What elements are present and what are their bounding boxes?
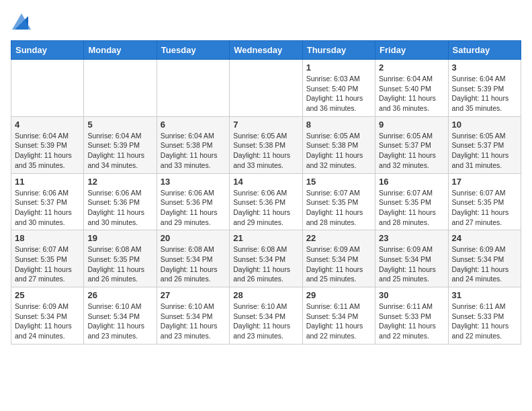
calendar-cell: 21Sunrise: 6:08 AM Sunset: 5:34 PM Dayli… <box>230 230 302 287</box>
day-number: 31 <box>452 290 517 300</box>
logo-icon <box>12 11 31 32</box>
calendar-cell: 5Sunrise: 6:04 AM Sunset: 5:39 PM Daylig… <box>84 116 157 173</box>
calendar-week-2: 4Sunrise: 6:04 AM Sunset: 5:39 PM Daylig… <box>11 116 521 173</box>
day-info: Sunrise: 6:05 AM Sunset: 5:38 PM Dayligh… <box>306 131 371 171</box>
day-info: Sunrise: 6:03 AM Sunset: 5:40 PM Dayligh… <box>306 74 371 113</box>
calendar-cell: 18Sunrise: 6:07 AM Sunset: 5:35 PM Dayli… <box>11 230 84 287</box>
day-header-monday: Monday <box>84 41 157 60</box>
calendar-cell: 20Sunrise: 6:08 AM Sunset: 5:34 PM Dayli… <box>157 230 229 287</box>
calendar-cell: 19Sunrise: 6:08 AM Sunset: 5:35 PM Dayli… <box>84 230 157 287</box>
day-number: 22 <box>306 233 371 243</box>
day-info: Sunrise: 6:04 AM Sunset: 5:40 PM Dayligh… <box>379 74 444 113</box>
day-info: Sunrise: 6:10 AM Sunset: 5:34 PM Dayligh… <box>161 302 226 341</box>
day-number: 27 <box>161 290 226 300</box>
calendar-cell: 23Sunrise: 6:09 AM Sunset: 5:34 PM Dayli… <box>375 230 448 287</box>
day-info: Sunrise: 6:07 AM Sunset: 5:35 PM Dayligh… <box>452 188 517 228</box>
day-info: Sunrise: 6:05 AM Sunset: 5:37 PM Dayligh… <box>452 131 517 171</box>
day-number: 10 <box>452 120 517 130</box>
calendar-cell: 3Sunrise: 6:04 AM Sunset: 5:39 PM Daylig… <box>448 60 521 117</box>
day-number: 2 <box>379 62 444 73</box>
calendar-cell: 2Sunrise: 6:04 AM Sunset: 5:40 PM Daylig… <box>375 60 448 117</box>
calendar-cell: 17Sunrise: 6:07 AM Sunset: 5:35 PM Dayli… <box>448 173 521 230</box>
day-number: 30 <box>379 290 444 300</box>
day-number: 5 <box>87 120 152 130</box>
day-number: 8 <box>306 120 371 130</box>
day-info: Sunrise: 6:04 AM Sunset: 5:38 PM Dayligh… <box>161 131 226 171</box>
day-info: Sunrise: 6:10 AM Sunset: 5:34 PM Dayligh… <box>87 302 152 341</box>
day-number: 25 <box>15 290 80 300</box>
day-info: Sunrise: 6:05 AM Sunset: 5:37 PM Dayligh… <box>379 131 444 171</box>
day-number: 21 <box>233 233 298 243</box>
calendar-cell: 11Sunrise: 6:06 AM Sunset: 5:37 PM Dayli… <box>11 173 84 230</box>
day-header-wednesday: Wednesday <box>230 41 302 60</box>
day-info: Sunrise: 6:04 AM Sunset: 5:39 PM Dayligh… <box>15 131 80 171</box>
day-number: 6 <box>161 120 226 130</box>
day-info: Sunrise: 6:09 AM Sunset: 5:34 PM Dayligh… <box>452 244 517 284</box>
day-info: Sunrise: 6:08 AM Sunset: 5:35 PM Dayligh… <box>87 244 152 284</box>
calendar-cell <box>230 60 302 117</box>
day-number: 1 <box>306 62 371 73</box>
calendar-week-5: 25Sunrise: 6:09 AM Sunset: 5:34 PM Dayli… <box>11 287 521 345</box>
calendar-cell: 24Sunrise: 6:09 AM Sunset: 5:34 PM Dayli… <box>448 230 521 287</box>
calendar-cell: 30Sunrise: 6:11 AM Sunset: 5:33 PM Dayli… <box>375 287 448 345</box>
day-info: Sunrise: 6:10 AM Sunset: 5:34 PM Dayligh… <box>233 302 298 341</box>
day-number: 24 <box>452 233 517 243</box>
calendar-cell: 25Sunrise: 6:09 AM Sunset: 5:34 PM Dayli… <box>11 287 84 345</box>
day-number: 13 <box>161 177 226 187</box>
day-info: Sunrise: 6:09 AM Sunset: 5:34 PM Dayligh… <box>379 244 444 284</box>
calendar-week-1: 1Sunrise: 6:03 AM Sunset: 5:40 PM Daylig… <box>11 60 521 117</box>
day-number: 4 <box>15 120 80 130</box>
day-number: 3 <box>452 62 517 73</box>
day-number: 28 <box>233 290 298 300</box>
calendar-cell: 28Sunrise: 6:10 AM Sunset: 5:34 PM Dayli… <box>230 287 302 345</box>
calendar-cell: 13Sunrise: 6:06 AM Sunset: 5:36 PM Dayli… <box>157 173 229 230</box>
day-info: Sunrise: 6:06 AM Sunset: 5:36 PM Dayligh… <box>87 188 152 228</box>
calendar-cell: 10Sunrise: 6:05 AM Sunset: 5:37 PM Dayli… <box>448 116 521 173</box>
day-number: 26 <box>87 290 152 300</box>
calendar-cell <box>84 60 157 117</box>
calendar-cell: 7Sunrise: 6:05 AM Sunset: 5:38 PM Daylig… <box>230 116 302 173</box>
calendar-cell: 15Sunrise: 6:07 AM Sunset: 5:35 PM Dayli… <box>302 173 375 230</box>
logo <box>11 11 31 32</box>
day-info: Sunrise: 6:11 AM Sunset: 5:34 PM Dayligh… <box>306 302 371 341</box>
day-number: 11 <box>15 177 80 187</box>
calendar-cell: 26Sunrise: 6:10 AM Sunset: 5:34 PM Dayli… <box>84 287 157 345</box>
day-info: Sunrise: 6:04 AM Sunset: 5:39 PM Dayligh… <box>87 131 152 171</box>
day-info: Sunrise: 6:06 AM Sunset: 5:37 PM Dayligh… <box>15 188 80 228</box>
day-header-thursday: Thursday <box>302 41 375 60</box>
calendar-cell: 27Sunrise: 6:10 AM Sunset: 5:34 PM Dayli… <box>157 287 229 345</box>
day-number: 9 <box>379 120 444 130</box>
day-header-saturday: Saturday <box>448 41 521 60</box>
day-number: 20 <box>161 233 226 243</box>
calendar-cell: 12Sunrise: 6:06 AM Sunset: 5:36 PM Dayli… <box>84 173 157 230</box>
calendar-cell: 16Sunrise: 6:07 AM Sunset: 5:35 PM Dayli… <box>375 173 448 230</box>
calendar-header-row: SundayMondayTuesdayWednesdayThursdayFrid… <box>11 41 521 60</box>
day-header-friday: Friday <box>375 41 448 60</box>
day-info: Sunrise: 6:05 AM Sunset: 5:38 PM Dayligh… <box>233 131 298 171</box>
day-info: Sunrise: 6:06 AM Sunset: 5:36 PM Dayligh… <box>161 188 226 228</box>
calendar-cell <box>11 60 84 117</box>
day-info: Sunrise: 6:09 AM Sunset: 5:34 PM Dayligh… <box>306 244 371 284</box>
day-number: 14 <box>233 177 298 187</box>
calendar-cell: 29Sunrise: 6:11 AM Sunset: 5:34 PM Dayli… <box>302 287 375 345</box>
day-info: Sunrise: 6:04 AM Sunset: 5:39 PM Dayligh… <box>452 74 517 113</box>
day-info: Sunrise: 6:06 AM Sunset: 5:36 PM Dayligh… <box>233 188 298 228</box>
calendar-cell: 4Sunrise: 6:04 AM Sunset: 5:39 PM Daylig… <box>11 116 84 173</box>
calendar-table: SundayMondayTuesdayWednesdayThursdayFrid… <box>11 40 521 345</box>
day-header-sunday: Sunday <box>11 41 84 60</box>
calendar-cell: 1Sunrise: 6:03 AM Sunset: 5:40 PM Daylig… <box>302 60 375 117</box>
calendar-cell: 31Sunrise: 6:11 AM Sunset: 5:33 PM Dayli… <box>448 287 521 345</box>
page-header <box>11 11 521 32</box>
calendar-cell: 14Sunrise: 6:06 AM Sunset: 5:36 PM Dayli… <box>230 173 302 230</box>
day-number: 12 <box>87 177 152 187</box>
calendar-cell: 9Sunrise: 6:05 AM Sunset: 5:37 PM Daylig… <box>375 116 448 173</box>
calendar-week-3: 11Sunrise: 6:06 AM Sunset: 5:37 PM Dayli… <box>11 173 521 230</box>
day-header-tuesday: Tuesday <box>157 41 229 60</box>
day-number: 17 <box>452 177 517 187</box>
day-info: Sunrise: 6:07 AM Sunset: 5:35 PM Dayligh… <box>379 188 444 228</box>
day-number: 29 <box>306 290 371 300</box>
day-number: 18 <box>15 233 80 243</box>
day-info: Sunrise: 6:07 AM Sunset: 5:35 PM Dayligh… <box>15 244 80 284</box>
day-number: 23 <box>379 233 444 243</box>
day-info: Sunrise: 6:11 AM Sunset: 5:33 PM Dayligh… <box>452 302 517 341</box>
